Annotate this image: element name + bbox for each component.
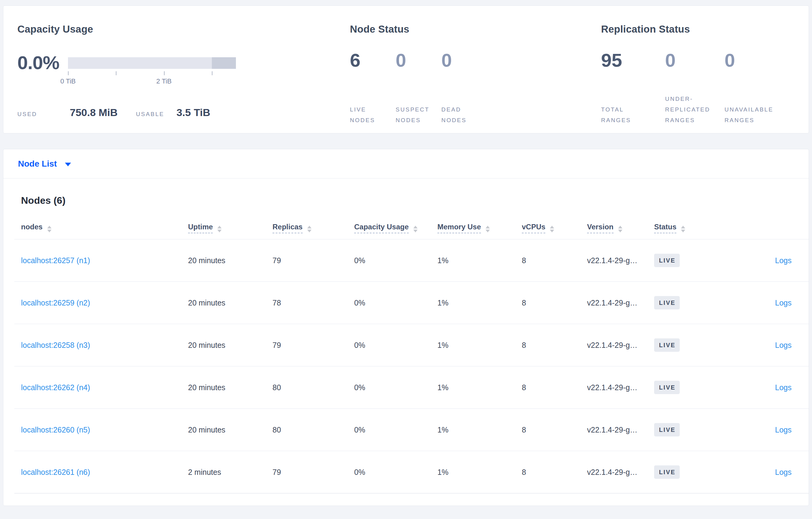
node-list-dropdown[interactable]: Node List (18, 159, 71, 169)
cell-logs: Logs (708, 282, 809, 324)
logs-link[interactable]: Logs (775, 299, 791, 307)
cell-node: localhost:26262 (n4) (14, 366, 181, 409)
column-header-vcpus[interactable]: vCPUs (515, 218, 580, 239)
node-status-stats: 6 LIVE NODES 0 SUSPECT NODES 0 DEAD NODE… (350, 51, 601, 125)
capacity-used-row: USED 750.8 MiB USABLE 3.5 TiB (18, 106, 350, 119)
table-row: localhost:26261 (n6) 2 minutes 79 0% 1% … (14, 451, 809, 493)
sort-icon (47, 226, 52, 233)
sort-icon (681, 226, 685, 233)
cell-capacity-usage: 0% (347, 282, 431, 324)
node-link[interactable]: localhost:26262 (n4) (21, 383, 90, 392)
cell-status: LIVE (647, 239, 708, 282)
column-header-replicas[interactable]: Replicas (266, 218, 347, 239)
node-link[interactable]: localhost:26260 (n5) (21, 426, 90, 434)
cell-version: v22.1.4-29-g… (580, 366, 647, 409)
stat-value: 0 (665, 51, 722, 70)
column-header-version[interactable]: Version (580, 218, 647, 239)
usable-value: 3.5 TiB (176, 106, 210, 119)
table-row: localhost:26260 (n5) 20 minutes 80 0% 1%… (14, 409, 809, 451)
logs-link[interactable]: Logs (775, 383, 791, 392)
cell-capacity-usage: 0% (347, 366, 431, 409)
capacity-gauge: 0.0% 0 TiB 2 TiB (18, 53, 350, 87)
cell-logs: Logs (708, 451, 809, 493)
cell-version: v22.1.4-29-g… (580, 409, 647, 451)
cell-logs: Logs (708, 409, 809, 451)
column-header-capacity-usage[interactable]: Capacity Usage (347, 218, 431, 239)
cell-replicas: 79 (266, 239, 347, 282)
cell-uptime: 20 minutes (181, 324, 266, 366)
stat-dead-nodes: 0 DEAD NODES (441, 51, 487, 125)
node-list-card: Node List Nodes (6) nodes Uptime Replica… (3, 149, 809, 506)
capacity-bar-track (68, 57, 236, 69)
cell-node: localhost:26260 (n5) (14, 409, 181, 451)
cell-version: v22.1.4-29-g… (580, 282, 647, 324)
cell-memory-use: 1% (431, 239, 515, 282)
node-link[interactable]: localhost:26258 (n3) (21, 341, 90, 349)
column-header-uptime[interactable]: Uptime (181, 218, 266, 239)
logs-link[interactable]: Logs (775, 256, 791, 265)
stat-label: LIVE NODES (350, 104, 392, 125)
stat-total-ranges: 95 TOTAL RANGES (601, 51, 665, 125)
table-row: localhost:26262 (n4) 20 minutes 80 0% 1%… (14, 366, 809, 409)
column-header-memory-use[interactable]: Memory Use (431, 218, 515, 239)
logs-link[interactable]: Logs (775, 468, 791, 476)
stat-value: 6 (350, 51, 392, 70)
stat-live-nodes: 6 LIVE NODES (350, 51, 396, 125)
stat-label: TOTAL RANGES (601, 104, 656, 125)
stat-label: DEAD NODES (441, 104, 483, 125)
status-badge: LIVE (654, 338, 680, 352)
cell-vcpus: 8 (515, 451, 580, 493)
cell-replicas: 79 (266, 451, 347, 493)
cell-version: v22.1.4-29-g… (580, 324, 647, 366)
sort-icon (413, 226, 417, 233)
stat-label: SUSPECT NODES (396, 104, 437, 125)
cell-vcpus: 8 (515, 324, 580, 366)
status-badge: LIVE (654, 254, 680, 267)
cell-replicas: 79 (266, 324, 347, 366)
logs-link[interactable]: Logs (775, 426, 791, 434)
stat-unavailable-ranges: 0 UNAVAILABLE RANGES (725, 51, 794, 125)
sort-icon (618, 226, 622, 233)
cell-node: localhost:26261 (n6) (14, 451, 181, 493)
capacity-usage-section: Capacity Usage 0.0% 0 TiB 2 TiB USED 750… (18, 24, 350, 133)
sort-icon (217, 226, 222, 233)
cell-node: localhost:26257 (n1) (14, 239, 181, 282)
column-header-status[interactable]: Status (647, 218, 708, 239)
stat-suspect-nodes: 0 SUSPECT NODES (396, 51, 441, 125)
replication-status-section: Replication Status 95 TOTAL RANGES 0 UND… (601, 24, 794, 133)
axis-tick (116, 71, 116, 75)
cluster-summary-card: Capacity Usage 0.0% 0 TiB 2 TiB USED 750… (3, 5, 809, 133)
column-header-logs (708, 218, 809, 239)
replication-stats: 95 TOTAL RANGES 0 UNDER-REPLICATED RANGE… (601, 51, 794, 125)
view-selector-bar: Node List (3, 149, 809, 179)
stat-label: UNAVAILABLE RANGES (725, 104, 791, 125)
status-badge: LIVE (654, 296, 680, 309)
stat-label: UNDER-REPLICATED RANGES (665, 93, 722, 125)
cell-vcpus: 8 (515, 409, 580, 451)
table-row: localhost:26258 (n3) 20 minutes 79 0% 1%… (14, 324, 809, 366)
cell-version: v22.1.4-29-g… (580, 451, 647, 493)
cell-replicas: 80 (266, 366, 347, 409)
cell-status: LIVE (647, 409, 708, 451)
cell-capacity-usage: 0% (347, 324, 431, 366)
used-label: USED (18, 111, 70, 118)
sort-icon (486, 226, 490, 233)
caret-down-icon (65, 163, 71, 166)
cell-uptime: 2 minutes (181, 451, 266, 493)
cell-node: localhost:26258 (n3) (14, 324, 181, 366)
cell-uptime: 20 minutes (181, 282, 266, 324)
cell-status: LIVE (647, 451, 708, 493)
capacity-usage-title: Capacity Usage (18, 24, 350, 35)
logs-link[interactable]: Logs (775, 341, 791, 349)
node-link[interactable]: localhost:26257 (n1) (21, 256, 90, 265)
status-badge: LIVE (654, 381, 680, 394)
axis-tick (164, 71, 165, 75)
axis-tick (212, 71, 212, 75)
capacity-bar-tail (212, 57, 236, 69)
column-header-nodes[interactable]: nodes (14, 218, 181, 239)
node-link[interactable]: localhost:26259 (n2) (21, 299, 90, 307)
used-value: 750.8 MiB (70, 106, 136, 119)
cell-memory-use: 1% (431, 451, 515, 493)
node-link[interactable]: localhost:26261 (n6) (21, 468, 90, 476)
table-header-row: nodes Uptime Replicas Capacity Usage Mem… (14, 218, 809, 239)
